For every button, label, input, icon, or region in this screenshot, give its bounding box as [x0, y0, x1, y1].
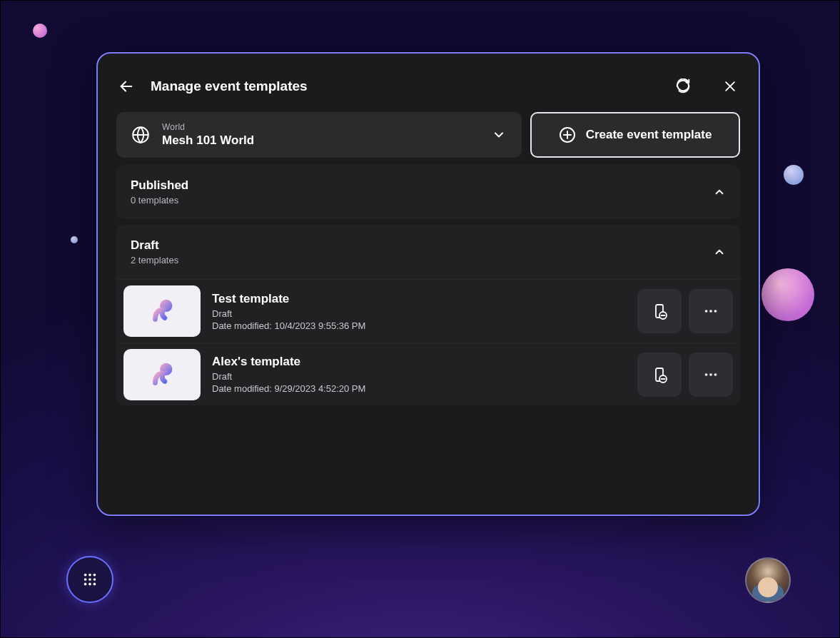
section-title: Draft	[131, 238, 178, 253]
background-orb	[33, 24, 47, 38]
globe-icon	[129, 126, 152, 144]
section-published-header[interactable]: Published 0 templates	[116, 165, 740, 219]
section-draft-header[interactable]: Draft 2 templates	[116, 225, 740, 279]
template-info: Test template Draft Date modified: 10/4/…	[212, 292, 626, 331]
svg-point-28	[88, 583, 91, 586]
avatar-head	[758, 577, 778, 597]
create-event-template-button[interactable]: Create event template	[530, 112, 740, 158]
svg-point-13	[714, 310, 717, 313]
unpublish-button[interactable]	[637, 289, 682, 333]
svg-point-25	[88, 578, 91, 581]
world-value: Mesh 101 World	[162, 133, 492, 148]
background-orb	[71, 236, 78, 243]
grid-icon	[82, 572, 98, 587]
svg-point-11	[705, 310, 708, 313]
template-row[interactable]: Alex's template Draft Date modified: 9/2…	[116, 343, 740, 405]
arrow-left-icon	[118, 79, 134, 94]
close-icon	[723, 79, 737, 93]
section-published: Published 0 templates	[116, 165, 740, 219]
section-title: Published	[131, 178, 188, 193]
chevron-down-icon	[492, 128, 506, 142]
ellipsis-icon	[703, 303, 719, 319]
device-remove-icon	[651, 303, 668, 320]
user-avatar-button[interactable]	[745, 557, 791, 603]
dialog-title: Manage event templates	[151, 79, 646, 94]
svg-point-21	[84, 574, 87, 577]
back-button[interactable]	[116, 76, 136, 96]
svg-point-18	[705, 373, 708, 376]
svg-point-22	[88, 574, 91, 577]
toolbar: World Mesh 101 World Create event templa…	[116, 112, 740, 158]
manage-templates-dialog: Manage event templates World Mesh 101 Wo…	[96, 52, 760, 516]
more-button[interactable]	[689, 353, 733, 397]
svg-point-29	[93, 583, 96, 586]
ellipsis-icon	[703, 367, 719, 383]
chevron-up-icon	[713, 245, 726, 258]
template-info: Alex's template Draft Date modified: 9/2…	[212, 355, 626, 394]
template-name: Test template	[212, 292, 626, 306]
template-thumbnail	[123, 349, 201, 400]
template-thumbnail	[123, 285, 201, 337]
world-selector[interactable]: World Mesh 101 World	[116, 112, 522, 158]
template-date-modified: Date modified: 10/4/2023 9:55:36 PM	[212, 320, 626, 331]
section-subtitle: 0 templates	[131, 195, 188, 206]
close-button[interactable]	[720, 76, 740, 96]
template-name: Alex's template	[212, 355, 626, 369]
world-label: World	[162, 122, 492, 132]
app-menu-button[interactable]	[66, 556, 113, 603]
svg-point-27	[84, 583, 87, 586]
section-draft: Draft 2 templates Test template Draft Da…	[116, 225, 740, 405]
svg-point-26	[93, 578, 96, 581]
chevron-up-icon	[713, 186, 726, 198]
svg-point-19	[709, 373, 712, 376]
dialog-header: Manage event templates	[116, 72, 740, 101]
background-orb	[761, 268, 814, 321]
background-orb	[784, 165, 804, 185]
section-subtitle: 2 templates	[131, 255, 178, 265]
template-date-modified: Date modified: 9/29/2023 4:52:20 PM	[212, 383, 626, 394]
svg-point-23	[93, 574, 96, 577]
create-button-label: Create event template	[586, 128, 712, 142]
svg-point-12	[709, 310, 712, 313]
template-row[interactable]: Test template Draft Date modified: 10/4/…	[116, 280, 740, 343]
template-status: Draft	[212, 308, 626, 319]
template-status: Draft	[212, 371, 626, 382]
refresh-icon	[675, 79, 691, 94]
svg-point-24	[84, 578, 87, 581]
device-remove-icon	[651, 366, 668, 383]
refresh-button[interactable]	[673, 76, 693, 96]
unpublish-button[interactable]	[637, 353, 682, 397]
more-button[interactable]	[689, 289, 733, 333]
plus-circle-icon	[559, 126, 576, 143]
svg-point-20	[714, 373, 717, 376]
draft-rows: Test template Draft Date modified: 10/4/…	[116, 279, 740, 405]
